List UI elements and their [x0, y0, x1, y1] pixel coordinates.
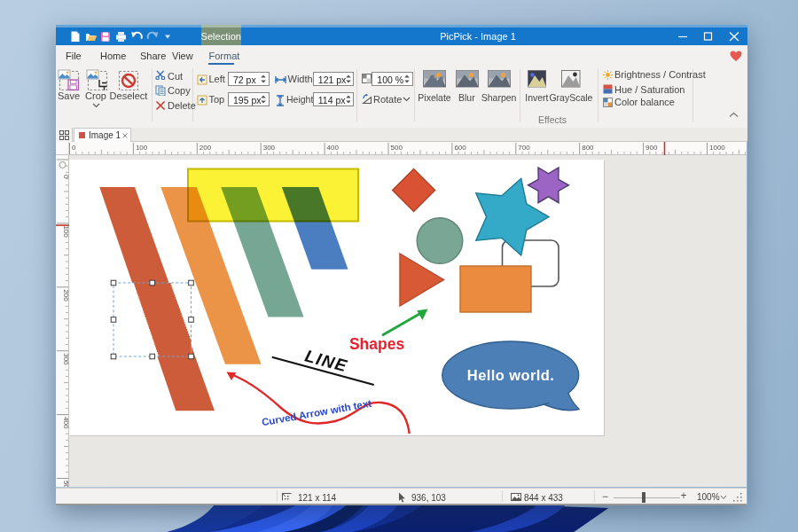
svg-text:700: 700: [518, 144, 530, 152]
svg-text:500: 500: [62, 481, 70, 487]
svg-text:1000: 1000: [709, 144, 725, 152]
svg-text:Shapes: Shapes: [349, 335, 405, 353]
svg-text:Hello world.: Hello world.: [467, 367, 554, 383]
svg-text:900: 900: [645, 144, 658, 152]
svg-text:600: 600: [454, 144, 466, 152]
svg-text:0: 0: [72, 144, 76, 152]
svg-text:0: 0: [62, 175, 70, 179]
svg-text:800: 800: [582, 144, 594, 152]
svg-text:400: 400: [327, 144, 340, 152]
svg-text:300: 300: [263, 144, 276, 152]
svg-text:200: 200: [200, 144, 212, 152]
svg-text:100: 100: [136, 144, 148, 152]
svg-text:500: 500: [391, 144, 403, 152]
